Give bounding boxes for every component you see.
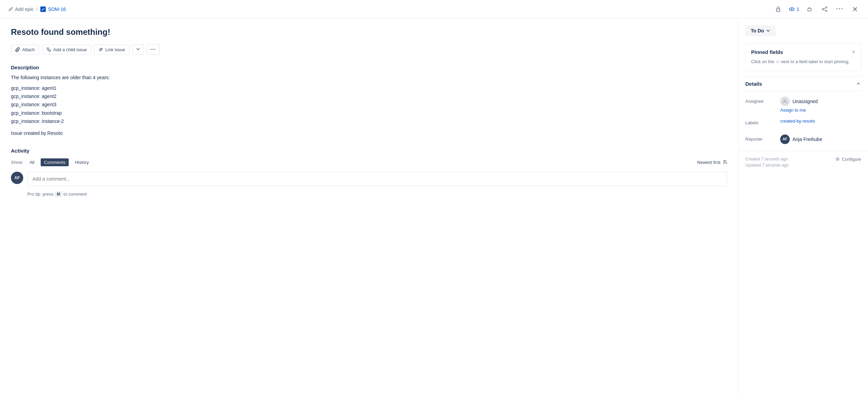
add-epic-link[interactable]: Add epic [8, 6, 33, 12]
watch-button[interactable]: 1 [788, 6, 799, 13]
svg-point-12 [49, 50, 51, 52]
chevron-down-icon [136, 47, 140, 51]
comment-row: AF [11, 172, 727, 186]
svg-point-11 [47, 48, 49, 50]
pinned-fields-close-button[interactable]: × [852, 49, 855, 55]
details-title: Details [745, 81, 762, 87]
details-section: Details Assignee [745, 76, 861, 145]
reporter-row: Reporter AF Anja Freihube [745, 135, 861, 145]
instance-list: gcp_instance: agent1 gcp_instance: agent… [11, 84, 727, 125]
assignee-value: Unassigned Assign to me [780, 97, 861, 113]
close-button[interactable] [850, 4, 860, 14]
right-panel: To Do Pinned fields × Click on the ☆ nex… [738, 18, 868, 396]
status-chevron-icon [766, 29, 770, 33]
left-panel: Resoto found something! Attach Add a chi… [0, 18, 738, 396]
watch-count: 1 [797, 6, 799, 12]
more-dots: ··· [836, 5, 843, 13]
instance-item: gcp_instance: agent3 [11, 101, 727, 108]
attach-label: Attach [22, 47, 35, 52]
breadcrumb-separator: / [36, 6, 38, 12]
svg-point-14 [837, 158, 838, 160]
add-epic-label: Add epic [15, 6, 33, 12]
activity-section: Activity Show: All Comments History Newe… [11, 148, 727, 197]
activity-filter-bar: Show: All Comments History Newest first [11, 158, 727, 166]
newest-first-button[interactable]: Newest first [697, 160, 727, 165]
created-text: Created 7 seconds ago [745, 157, 789, 161]
filter-history-button[interactable]: History [71, 158, 92, 166]
svg-point-5 [822, 9, 824, 10]
description-title: Description [11, 65, 727, 70]
more-actions-dropdown[interactable] [132, 44, 144, 55]
paperclip-icon [15, 47, 20, 52]
child-issue-icon [46, 47, 51, 52]
pro-tip-prefix: Pro tip: [27, 192, 41, 197]
meta-info: Created 7 seconds ago Updated 7 seconds … [745, 157, 789, 169]
page-wrapper: Add epic / SOM-16 [0, 0, 868, 396]
reporter-name: Anja Freihube [792, 137, 822, 142]
right-panel-footer: Created 7 seconds ago Updated 7 seconds … [738, 151, 868, 169]
issue-type-icon [40, 6, 46, 12]
extra-actions-button[interactable]: ··· [147, 44, 160, 55]
filter-comments-button[interactable]: Comments [41, 158, 69, 166]
link-icon [98, 47, 103, 52]
close-icon [852, 6, 858, 13]
share-button[interactable] [820, 4, 829, 14]
svg-line-7 [824, 8, 826, 9]
top-bar: Add epic / SOM-16 [0, 0, 868, 18]
issue-id-label: SOM-16 [48, 6, 66, 12]
breadcrumb: Add epic / SOM-16 [8, 6, 66, 12]
filter-all-button[interactable]: All [26, 158, 38, 166]
reporter-label: Reporter [745, 135, 776, 142]
link-issue-button[interactable]: Link issue [94, 45, 130, 55]
svg-line-8 [824, 10, 826, 11]
updated-text: Updated 7 seconds ago [745, 163, 789, 168]
labels-row: Labels created-by-resoto [745, 118, 861, 129]
pinned-fields-title: Pinned fields [751, 49, 783, 55]
lock-button[interactable] [773, 4, 783, 14]
label-tag[interactable]: created-by-resoto [780, 118, 815, 124]
instance-item: gcp_instance: instance-2 [11, 117, 727, 125]
svg-point-4 [826, 7, 827, 8]
show-label: Show: [11, 160, 23, 165]
pro-tip-suffix: to comment [64, 192, 87, 197]
description-content: The following instances are older than 4… [11, 74, 727, 137]
gear-icon [835, 157, 840, 161]
description-section: Description The following instances are … [11, 65, 727, 137]
description-footer: Issue created by Resoto [11, 129, 727, 137]
details-header[interactable]: Details [745, 76, 861, 91]
pencil-icon [8, 7, 13, 12]
status-label: To Do [751, 28, 764, 33]
instance-item: gcp_instance: agent1 [11, 84, 727, 92]
more-button[interactable]: ··· [835, 4, 845, 14]
activity-title: Activity [11, 148, 727, 154]
add-child-issue-button[interactable]: Add a child issue [42, 45, 91, 55]
svg-point-1 [778, 10, 779, 11]
assignee-label: Assignee [745, 97, 776, 104]
status-button[interactable]: To Do [745, 25, 776, 36]
newest-first-label: Newest first [697, 160, 720, 165]
description-intro: The following instances are older than 4… [11, 74, 727, 81]
add-child-issue-label: Add a child issue [53, 47, 87, 52]
details-chevron-icon [856, 81, 861, 86]
issue-title: Resoto found something! [11, 27, 727, 37]
comment-input[interactable] [27, 172, 727, 186]
action-buttons-bar: Attach Add a child issue Link issue [11, 44, 727, 55]
reporter-value: AF Anja Freihube [780, 135, 861, 144]
configure-button[interactable]: Configure [835, 157, 861, 162]
top-bar-actions: 1 ··· [773, 4, 860, 14]
assign-to-me-link[interactable]: Assign to me [780, 108, 861, 113]
assignee-row: Assignee Unassigned Assign to me [745, 97, 861, 113]
user-avatar: AF [11, 172, 23, 184]
svg-point-6 [826, 10, 827, 12]
pinned-fields-box: Pinned fields × Click on the ☆ next to a… [745, 43, 861, 71]
eye-icon [788, 6, 795, 13]
instance-item: gcp_instance: agent2 [11, 93, 727, 100]
breadcrumb-issue-link[interactable]: SOM-16 [40, 6, 66, 12]
unassigned-icon [780, 97, 790, 106]
pinned-fields-header: Pinned fields × [751, 49, 855, 55]
like-button[interactable] [805, 4, 814, 14]
labels-label: Labels [745, 118, 776, 125]
attach-button[interactable]: Attach [11, 45, 39, 55]
pro-tip: Pro tip: press M to comment [27, 192, 727, 197]
reporter-avatar: AF [780, 135, 790, 144]
